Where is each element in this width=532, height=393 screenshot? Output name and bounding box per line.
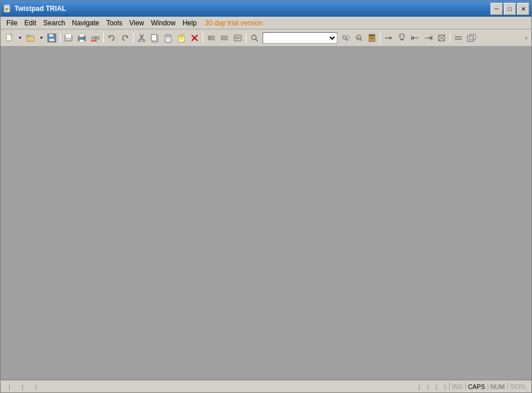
svg-marker-22 [108, 35, 110, 39]
svg-rect-66 [400, 34, 404, 39]
menu-search[interactable]: Search [40, 17, 69, 29]
main-window: Twistpad TRIAL ─ □ ✕ File Edit Search Na… [0, 0, 532, 393]
paste-icon [164, 33, 173, 43]
outdent-icon [207, 33, 216, 43]
spell-check-button[interactable]: ABC [89, 32, 101, 44]
delete-button[interactable] [188, 32, 201, 44]
close-button[interactable]: ✕ [517, 3, 529, 15]
open-dropdown-arrow[interactable]: ▼ [38, 32, 45, 44]
comment-button[interactable] [231, 32, 244, 44]
menu-edit[interactable]: Edit [21, 17, 40, 29]
cut-icon [137, 33, 146, 43]
open-button-main[interactable] [24, 32, 38, 44]
undo-button[interactable] [105, 32, 118, 44]
menu-window[interactable]: Window [147, 17, 179, 29]
status-seg-7: | [440, 383, 449, 390]
copy-button[interactable] [149, 32, 161, 44]
outdent-button[interactable] [205, 32, 218, 44]
new-button-main[interactable] [3, 32, 17, 44]
caps-indicator: CAPS [466, 383, 488, 391]
separator-4 [203, 33, 203, 43]
separator-3 [133, 33, 134, 43]
find-all-button[interactable] [339, 32, 352, 44]
svg-marker-67 [400, 39, 404, 41]
nav-bookmark-button[interactable] [396, 32, 408, 44]
print-preview-button[interactable] [62, 32, 75, 44]
new-button[interactable]: ▼ [3, 32, 24, 44]
paste-button[interactable] [162, 32, 174, 44]
scrl-indicator: SCRL [508, 383, 529, 391]
paste-special-button[interactable] [175, 32, 188, 44]
menu-navigate[interactable]: Navigate [69, 17, 102, 29]
menu-help[interactable]: Help [179, 17, 200, 29]
redo-button[interactable] [119, 32, 131, 44]
open-icon [26, 33, 36, 43]
svg-rect-15 [66, 34, 71, 38]
save-icon [47, 33, 56, 43]
svg-rect-81 [468, 36, 473, 41]
toolbar: ▼ ▼ [1, 29, 531, 47]
open-button[interactable]: ▼ [24, 32, 45, 44]
ins-indicator: INS [450, 383, 465, 391]
svg-marker-23 [127, 35, 128, 39]
redo-icon [120, 33, 130, 43]
nav-stop-button[interactable] [435, 32, 448, 44]
comment-icon [233, 33, 242, 43]
status-seg-2: | [16, 383, 29, 390]
num-indicator: NUM [488, 383, 507, 391]
maximize-button[interactable]: □ [504, 3, 516, 15]
nav-right-button[interactable] [382, 32, 395, 44]
toolbar-expand-button[interactable]: » [523, 32, 529, 44]
print-preview-icon [64, 33, 73, 43]
indent-button[interactable] [218, 32, 231, 44]
menu-tools[interactable]: Tools [102, 17, 126, 29]
find-button[interactable] [248, 32, 261, 44]
window-controls: ─ □ ✕ [491, 3, 529, 15]
svg-rect-63 [370, 37, 374, 38]
svg-rect-61 [369, 35, 375, 36]
svg-rect-29 [151, 35, 157, 41]
bookmark-button[interactable] [366, 32, 378, 44]
restore-all-button[interactable] [465, 32, 478, 44]
svg-point-55 [346, 36, 349, 39]
indent-icon [220, 33, 229, 43]
trial-notice: 30 day trial version [205, 19, 263, 27]
minimize-all-button[interactable] [452, 32, 465, 44]
find-prev-button[interactable]: a c [352, 32, 365, 44]
new-icon [5, 33, 14, 43]
nav-stop-icon [437, 33, 446, 43]
paste-special-icon [177, 33, 186, 43]
nav-bookmark-icon [397, 33, 406, 43]
svg-rect-62 [370, 39, 374, 39]
find-icon [250, 33, 259, 43]
svg-rect-18 [79, 40, 84, 42]
separator-5 [246, 33, 246, 43]
menu-view[interactable]: View [126, 17, 147, 29]
search-dropdown[interactable] [263, 32, 337, 44]
copy-icon [150, 33, 159, 43]
new-dropdown-arrow[interactable]: ▼ [17, 32, 24, 44]
title-bar: Twistpad TRIAL ─ □ ✕ [1, 1, 531, 17]
nav-right-icon [384, 33, 393, 43]
minimize-button[interactable]: ─ [491, 3, 503, 15]
main-content-area [1, 47, 531, 380]
print-button[interactable] [75, 32, 88, 44]
svg-point-19 [83, 37, 84, 39]
bookmark-icon [367, 33, 377, 43]
cut-button[interactable] [135, 32, 148, 44]
nav-next-button[interactable] [422, 32, 435, 44]
separator-2 [103, 33, 104, 43]
nav-prev-button[interactable] [409, 32, 421, 44]
separator-6 [380, 33, 381, 43]
svg-rect-12 [49, 39, 55, 41]
svg-rect-9 [27, 35, 30, 37]
status-seg-6: | [432, 383, 441, 390]
svg-rect-1 [4, 5, 10, 6]
save-button[interactable] [45, 32, 58, 44]
menu-file[interactable]: File [3, 17, 21, 29]
spell-check-icon: ABC [90, 33, 100, 43]
svg-rect-35 [180, 35, 183, 37]
minimize-all-icon [454, 33, 463, 43]
nav-prev-icon [411, 33, 420, 43]
undo-icon [107, 33, 116, 43]
